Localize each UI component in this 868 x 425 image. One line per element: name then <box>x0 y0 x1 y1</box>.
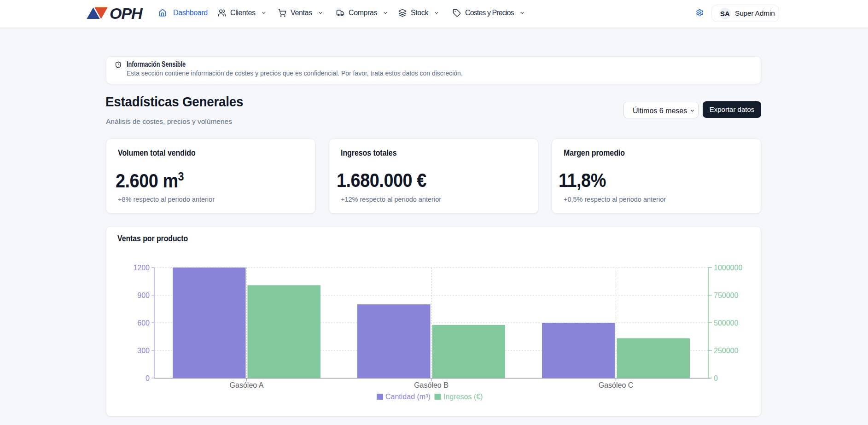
svg-text:Ingresos (€): Ingresos (€) <box>443 393 483 401</box>
svg-text:Gasóleo C: Gasóleo C <box>599 381 634 389</box>
svg-text:1000000: 1000000 <box>714 264 742 272</box>
svg-text:Gasóleo A: Gasóleo A <box>230 381 264 389</box>
svg-text:0: 0 <box>714 374 718 382</box>
svg-text:900: 900 <box>137 291 150 299</box>
svg-text:1200: 1200 <box>133 264 150 272</box>
svg-text:Gasóleo B: Gasóleo B <box>414 381 449 389</box>
svg-text:600: 600 <box>137 319 150 327</box>
svg-text:0: 0 <box>146 374 150 382</box>
svg-text:250000: 250000 <box>714 347 738 355</box>
svg-text:300: 300 <box>137 347 150 355</box>
svg-text:500000: 500000 <box>714 319 738 327</box>
svg-text:Cantidad (m³): Cantidad (m³) <box>385 393 431 401</box>
svg-text:750000: 750000 <box>714 291 738 299</box>
